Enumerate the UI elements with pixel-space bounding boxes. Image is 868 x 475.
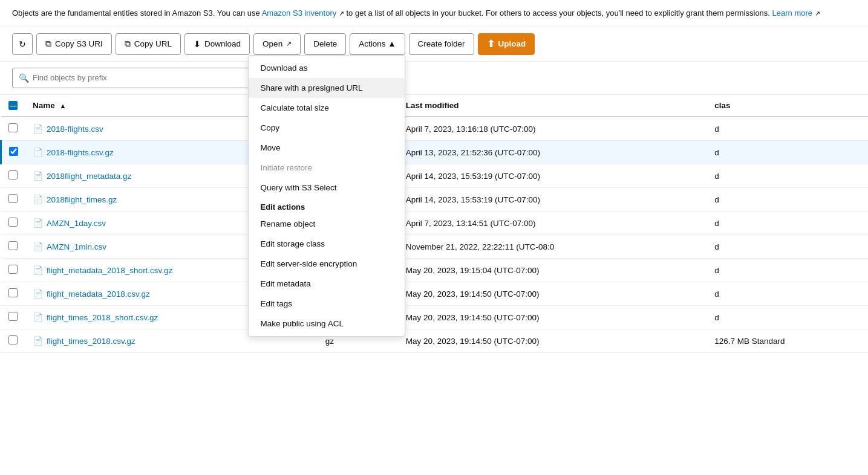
file-icon: 📄 <box>33 171 43 181</box>
row-checkbox[interactable] <box>8 123 18 132</box>
select-all-header[interactable] <box>1 95 26 117</box>
row-class-cell: d <box>707 306 868 329</box>
upload-icon: ⬆ <box>487 38 495 50</box>
dropdown-item[interactable]: Edit storage class <box>249 234 405 254</box>
row-modified-cell: April 14, 2023, 15:53:19 (UTC-07:00) <box>399 188 707 212</box>
row-checkbox-cell[interactable] <box>1 141 26 164</box>
search-bar: 🔍 Show versions <box>0 62 868 95</box>
row-class-cell: d <box>707 117 868 141</box>
table-row: 📄 AMZN_1min.csv csv November 21, 2022, 2… <box>1 235 869 259</box>
info-text-1: Objects are the fundamental entities sto… <box>12 8 262 18</box>
row-checkbox-cell[interactable] <box>1 282 26 306</box>
row-checkbox[interactable] <box>8 218 18 227</box>
create-folder-button[interactable]: Create folder <box>409 33 474 55</box>
table-row: 📄 2018-flights.csv.gz gz April 13, 2023,… <box>1 141 869 164</box>
file-icon: 📄 <box>33 289 43 299</box>
row-checkbox-cell[interactable] <box>1 188 26 212</box>
create-folder-label: Create folder <box>418 39 465 48</box>
actions-button[interactable]: Actions ▲ <box>350 33 405 55</box>
copy-s3-uri-button[interactable]: ⧉ Copy S3 URI <box>36 33 112 55</box>
class-column-header[interactable]: clas <box>707 95 868 117</box>
row-checkbox[interactable] <box>8 194 18 203</box>
row-modified-cell: April 7, 2023, 13:16:18 (UTC-07:00) <box>399 117 707 141</box>
table-row: 📄 flight_metadata_2018.csv.gz gz May 20,… <box>1 282 869 306</box>
dropdown-item[interactable]: Edit tags <box>249 294 405 314</box>
dropdown-item[interactable]: Rename object <box>249 214 405 234</box>
file-icon: 📄 <box>33 147 43 157</box>
file-icon: 📄 <box>33 195 43 204</box>
row-checkbox-cell[interactable] <box>1 259 26 282</box>
row-modified-cell: May 20, 2023, 19:14:50 (UTC-07:00) <box>399 282 707 306</box>
modified-column-header[interactable]: Last modified <box>399 95 707 117</box>
row-class-cell: d <box>707 235 868 259</box>
table-row: 📄 flight_metadata_2018_short.csv.gz gz M… <box>1 259 869 282</box>
open-button[interactable]: Open ↗ <box>253 33 301 55</box>
refresh-button[interactable]: ↻ <box>12 33 33 55</box>
dropdown-item[interactable]: Edit server-side encryption <box>249 254 405 274</box>
upload-button[interactable]: ⬆ Upload <box>478 33 535 55</box>
file-name: AMZN_1min.csv <box>47 242 106 251</box>
row-checkbox-cell[interactable] <box>1 306 26 329</box>
dropdown-item[interactable]: Share with a presigned URL <box>249 78 405 98</box>
dropdown-item: Initiate restore <box>249 158 405 178</box>
actions-dropdown: Download asShare with a presigned URLCal… <box>248 55 405 337</box>
file-icon: 📄 <box>33 336 43 346</box>
row-checkbox[interactable] <box>8 288 18 297</box>
row-checkbox-cell[interactable] <box>1 235 26 259</box>
copy-url-button[interactable]: ⧉ Copy URL <box>116 33 181 55</box>
file-name: flight_times_2018_short.csv.gz <box>47 313 158 322</box>
file-name: 2018-flights.csv.gz <box>47 148 114 157</box>
external-link-icon: ↗ <box>339 10 344 17</box>
table-row: 📄 2018flight_metadata.gz gz April 14, 20… <box>1 164 869 188</box>
search-input-wrapper[interactable]: 🔍 <box>12 68 254 88</box>
row-checkbox-cell[interactable] <box>1 329 26 353</box>
download-button[interactable]: ⬇ Download <box>184 33 250 55</box>
table-row: 📄 flight_times_2018.csv.gz gz May 20, 20… <box>1 329 869 353</box>
sort-asc-icon: ▲ <box>60 102 67 109</box>
search-input[interactable] <box>33 73 247 82</box>
info-bar: Objects are the fundamental entities sto… <box>0 0 868 27</box>
open-external-icon: ↗ <box>286 40 292 48</box>
copy-url-label: Copy URL <box>134 39 172 48</box>
file-name: 2018flight_times.gz <box>47 195 117 204</box>
row-checkbox[interactable] <box>8 312 18 321</box>
row-checkbox[interactable] <box>9 147 18 156</box>
inventory-link[interactable]: Amazon S3 inventory <box>262 8 337 18</box>
file-name: flight_metadata_2018.csv.gz <box>47 289 150 299</box>
copy-s3-uri-label: Copy S3 URI <box>55 39 103 48</box>
row-checkbox-cell[interactable] <box>1 164 26 188</box>
copy-url-icon: ⧉ <box>125 39 131 49</box>
row-checkbox[interactable] <box>8 335 18 344</box>
toolbar: ↻ ⧉ Copy S3 URI ⧉ Copy URL ⬇ Download Op… <box>0 27 868 62</box>
file-link[interactable]: 📄 flight_times_2018.csv.gz <box>33 336 311 346</box>
learn-more-link[interactable]: Learn more <box>772 8 812 18</box>
table-row: 📄 2018-flights.csv csv April 7, 2023, 13… <box>1 117 869 141</box>
row-class-cell: d <box>707 188 868 212</box>
row-modified-cell: November 21, 2022, 22:22:11 (UTC-08:0 <box>399 235 707 259</box>
copy-s3-uri-icon: ⧉ <box>45 39 51 49</box>
table-row: 📄 2018flight_times.gz gz April 14, 2023,… <box>1 188 869 212</box>
download-icon: ⬇ <box>194 39 201 49</box>
dropdown-item[interactable]: Make public using ACL <box>249 314 405 334</box>
row-modified-cell: May 20, 2023, 19:14:50 (UTC-07:00) <box>399 306 707 329</box>
table-container: Name ▲ Type ▽ Last modified clas 📄 2018-… <box>0 95 868 354</box>
row-checkbox[interactable] <box>8 265 18 274</box>
row-class-cell: d <box>707 164 868 188</box>
row-checkbox-cell[interactable] <box>1 117 26 141</box>
row-checkbox[interactable] <box>8 170 18 179</box>
row-modified-cell: May 20, 2023, 19:15:04 (UTC-07:00) <box>399 259 707 282</box>
download-label: Download <box>204 39 241 48</box>
refresh-icon: ↻ <box>19 39 26 49</box>
row-class-cell: d <box>707 259 868 282</box>
dropdown-item[interactable]: Copy <box>249 118 405 138</box>
dropdown-item[interactable]: Query with S3 Select <box>249 178 405 198</box>
row-checkbox[interactable] <box>8 241 18 250</box>
dropdown-item[interactable]: Calculate total size <box>249 98 405 118</box>
delete-button[interactable]: Delete <box>304 33 346 55</box>
dropdown-item[interactable]: Move <box>249 138 405 158</box>
file-name: AMZN_1day.csv <box>47 219 106 228</box>
dropdown-section-header: Edit actions <box>249 198 405 214</box>
dropdown-item[interactable]: Edit metadata <box>249 274 405 294</box>
row-checkbox-cell[interactable] <box>1 212 26 235</box>
dropdown-item[interactable]: Download as <box>249 58 405 78</box>
